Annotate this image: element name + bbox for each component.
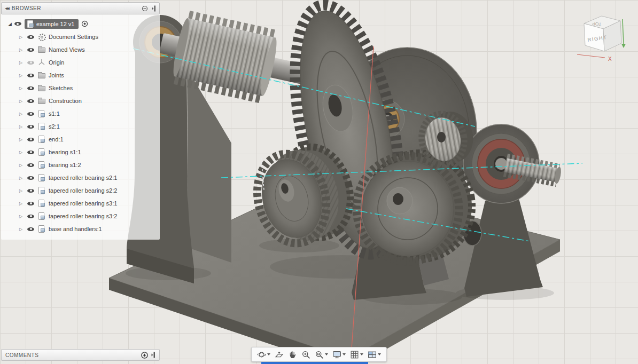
browser-item-label[interactable]: s2:1 bbox=[49, 123, 60, 130]
visibility-eye-icon[interactable] bbox=[14, 21, 22, 27]
zoom-tool-button[interactable] bbox=[299, 349, 313, 360]
browser-item-label[interactable]: Sketches bbox=[49, 85, 73, 91]
y-axis-indicator bbox=[623, 19, 624, 44]
browser-item-origin[interactable]: ▷ Origin bbox=[1, 56, 160, 69]
browser-item-bearing-s1-1[interactable]: ▷ bearing s1:1 bbox=[1, 146, 160, 159]
dropdown-caret-icon[interactable] bbox=[378, 353, 381, 355]
pan-tool-button[interactable] bbox=[286, 349, 299, 360]
browser-item-label[interactable]: Named Views bbox=[49, 46, 85, 53]
browser-item-base-and-handlers[interactable]: ▷ base and handlers:1 bbox=[1, 223, 160, 235]
expanded-arrow-icon[interactable]: ◢ bbox=[8, 21, 12, 27]
browser-item-joints[interactable]: ▷ Joints bbox=[1, 69, 160, 82]
visibility-eye-icon[interactable] bbox=[27, 34, 35, 40]
expand-arrow-icon[interactable]: ▷ bbox=[19, 48, 24, 52]
orbit-tool-button[interactable] bbox=[255, 349, 273, 360]
browser-item-construction[interactable]: ▷ Construction bbox=[1, 94, 160, 107]
browser-item-label[interactable]: tapered roller bearing s3:1 bbox=[49, 200, 117, 207]
expand-arrow-icon[interactable]: ▷ bbox=[19, 163, 24, 168]
viewcube[interactable]: RIGHT TOP X bbox=[571, 5, 637, 68]
display-settings-button[interactable] bbox=[330, 349, 348, 360]
visibility-eye-icon[interactable] bbox=[27, 110, 35, 117]
visibility-eye-icon[interactable] bbox=[27, 149, 35, 155]
browser-item-s2[interactable]: ▷ s2:1 bbox=[1, 120, 160, 133]
browser-item-label[interactable]: tapered roller bearing s3:2 bbox=[49, 213, 117, 219]
panel-display-icon[interactable] bbox=[142, 5, 148, 12]
browser-item-end[interactable]: ▷ end:1 bbox=[1, 133, 160, 146]
add-comment-icon[interactable] bbox=[141, 352, 148, 359]
browser-item-s1[interactable]: ▷ s1:1 bbox=[1, 107, 160, 120]
look-at-tool-button[interactable] bbox=[273, 349, 286, 360]
active-document-pill[interactable]: example 12 v1 bbox=[25, 19, 79, 29]
browser-item-named-views[interactable]: ▷ Named Views bbox=[1, 43, 160, 56]
browser-item-sketches[interactable]: ▷ Sketches bbox=[1, 82, 160, 94]
expand-arrow-icon[interactable]: ▷ bbox=[19, 86, 24, 91]
folder-icon bbox=[38, 46, 45, 53]
expand-arrow-icon[interactable]: ▷ bbox=[19, 150, 24, 155]
browser-item-document-settings[interactable]: ▷ Document Settings bbox=[1, 30, 160, 43]
visibility-eye-icon[interactable] bbox=[27, 175, 35, 181]
fit-tool-button[interactable] bbox=[313, 349, 330, 360]
expand-arrow-icon[interactable]: ▷ bbox=[19, 214, 24, 219]
browser-item-label[interactable]: bearing s1:2 bbox=[49, 162, 81, 168]
visibility-eye-icon[interactable] bbox=[27, 213, 35, 219]
browser-tree: ◢ example 12 v1 ▷ Document Settings ▷ Na… bbox=[1, 14, 160, 235]
expand-arrow-icon[interactable]: ▷ bbox=[19, 137, 24, 142]
browser-item-trb-s3-1[interactable]: ▷ tapered roller bearing s3:1 bbox=[1, 197, 160, 210]
expand-arrow-icon[interactable]: ▷ bbox=[19, 112, 24, 116]
expand-arrow-icon[interactable]: ▷ bbox=[19, 176, 24, 180]
viewports-button[interactable] bbox=[365, 349, 383, 360]
visibility-eye-icon[interactable] bbox=[27, 85, 35, 91]
activate-radio-icon[interactable] bbox=[81, 20, 88, 27]
browser-item-label[interactable]: s1:1 bbox=[49, 110, 60, 117]
expand-arrow-icon[interactable]: ▷ bbox=[19, 188, 24, 193]
orbit-icon bbox=[257, 350, 266, 359]
visibility-eye-icon[interactable] bbox=[27, 98, 35, 104]
x-axis-label: X bbox=[608, 56, 612, 62]
expand-arrow-icon[interactable]: ▷ bbox=[19, 201, 24, 206]
visibility-eye-icon[interactable] bbox=[27, 72, 35, 78]
folder-icon bbox=[38, 97, 45, 105]
visibility-eye-icon[interactable] bbox=[27, 187, 35, 194]
expand-arrow-icon[interactable]: ▷ bbox=[19, 99, 24, 104]
dropdown-caret-icon[interactable] bbox=[343, 353, 346, 355]
visibility-eye-icon[interactable] bbox=[27, 46, 35, 53]
comments-panel[interactable]: COMMENTS bbox=[1, 349, 160, 361]
browser-item-label[interactable]: base and handlers:1 bbox=[49, 226, 102, 232]
dropdown-caret-icon[interactable] bbox=[360, 353, 363, 355]
browser-item-label[interactable]: tapered roller bearing s2:2 bbox=[49, 187, 117, 194]
browser-item-label[interactable]: Document Settings bbox=[49, 34, 98, 40]
visibility-eye-icon[interactable] bbox=[27, 59, 35, 66]
dropdown-caret-icon[interactable] bbox=[325, 353, 328, 355]
document-title[interactable]: example 12 v1 bbox=[36, 21, 75, 27]
browser-item-label[interactable]: end:1 bbox=[49, 136, 64, 143]
visibility-eye-icon[interactable] bbox=[27, 123, 35, 130]
collapse-double-chevron-icon[interactable]: ◀◀ bbox=[5, 6, 9, 11]
expand-arrow-icon[interactable]: ▷ bbox=[19, 227, 24, 232]
browser-root-row[interactable]: ◢ example 12 v1 bbox=[1, 17, 160, 30]
browser-title: BROWSER bbox=[12, 5, 41, 11]
close-panel-icon[interactable] bbox=[151, 352, 155, 358]
visibility-eye-icon[interactable] bbox=[27, 162, 35, 168]
grid-snaps-button[interactable] bbox=[348, 349, 365, 360]
browser-item-label[interactable]: Joints bbox=[49, 72, 64, 78]
expand-arrow-icon[interactable]: ▷ bbox=[19, 73, 24, 78]
browser-item-bearing-s1-2[interactable]: ▷ bearing s1:2 bbox=[1, 159, 160, 171]
folder-icon bbox=[38, 84, 45, 92]
visibility-eye-icon[interactable] bbox=[27, 136, 35, 143]
browser-item-trb-s2-2[interactable]: ▷ tapered roller bearing s2:2 bbox=[1, 184, 160, 197]
visibility-eye-icon[interactable] bbox=[27, 200, 35, 207]
expand-arrow-icon[interactable]: ▷ bbox=[19, 35, 24, 39]
browser-item-trb-s2-1[interactable]: ▷ tapered roller bearing s2:1 bbox=[1, 171, 160, 184]
dropdown-caret-icon[interactable] bbox=[267, 353, 270, 355]
expand-arrow-icon[interactable]: ▷ bbox=[19, 60, 24, 65]
browser-item-label[interactable]: tapered roller bearing s2:1 bbox=[49, 175, 117, 181]
viewcube-top-label[interactable]: TOP bbox=[592, 21, 602, 27]
visibility-eye-icon[interactable] bbox=[27, 226, 35, 232]
browser-item-label[interactable]: Origin bbox=[49, 59, 64, 66]
browser-item-label[interactable]: bearing s1:1 bbox=[49, 149, 81, 155]
browser-item-label[interactable]: Construction bbox=[49, 98, 82, 104]
close-panel-icon[interactable] bbox=[152, 5, 156, 12]
fit-icon bbox=[315, 350, 324, 359]
expand-arrow-icon[interactable]: ▷ bbox=[19, 124, 24, 129]
browser-item-trb-s3-2[interactable]: ▷ tapered roller bearing s3:2 bbox=[1, 210, 160, 223]
